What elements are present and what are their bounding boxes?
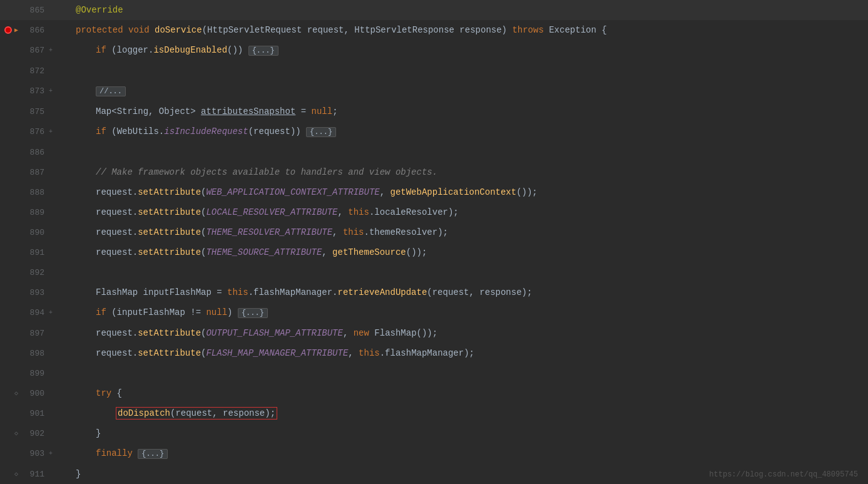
line-number: 893: [21, 288, 44, 297]
code-content: request.setAttribute(FLASH_MAP_MANAGER_A…: [59, 343, 868, 363]
fold-close2-icon[interactable]: ◇: [14, 470, 18, 478]
code-line: 886: [0, 142, 868, 162]
code-line: 875Map<String, Object> attributesSnapsho…: [0, 101, 868, 121]
code-line: 903+finally {...}: [0, 443, 868, 464]
line-number: 903: [21, 449, 44, 458]
code-line: ▶866protected void doService(HttpServlet…: [0, 20, 868, 40]
line-number: 872: [21, 66, 44, 76]
code-content: request.setAttribute(LOCALE_RESOLVER_ATT…: [59, 202, 868, 222]
code-line: ◇900try {: [0, 383, 868, 403]
lines-container: 865@Override▶866protected void doService…: [0, 0, 868, 484]
line-number: 911: [21, 470, 44, 479]
line-number: 865: [21, 6, 44, 15]
line-number: 875: [21, 107, 44, 116]
line-gutter: 897: [0, 329, 59, 338]
code-line: 872: [0, 61, 868, 81]
line-number: 890: [21, 228, 44, 237]
line-gutter: 876+: [0, 127, 59, 136]
code-content: doDispatch(request, response);: [59, 403, 868, 423]
line-gutter: 891: [0, 248, 59, 257]
code-line: 901doDispatch(request, response);: [0, 403, 868, 423]
code-content: request.setAttribute(THEME_SOURCE_ATTRIB…: [59, 242, 868, 262]
code-line: 889request.setAttribute(LOCALE_RESOLVER_…: [0, 202, 868, 222]
line-gutter: 889: [0, 208, 59, 217]
line-number: 900: [21, 389, 44, 398]
code-line: 887// Make framework objects available t…: [0, 162, 868, 182]
code-line: 899: [0, 363, 868, 383]
line-gutter: 890: [0, 228, 59, 237]
line-number: 901: [21, 409, 44, 418]
code-line: 867+if (logger.isDebugEnabled()) {...}: [0, 40, 868, 61]
line-gutter: ◇900: [0, 389, 59, 398]
line-gutter: 887: [0, 168, 59, 177]
code-line: ◇902}: [0, 423, 868, 443]
code-line: 897request.setAttribute(OUTPUT_FLASH_MAP…: [0, 323, 868, 343]
line-gutter: 875: [0, 107, 59, 116]
line-number: 898: [21, 349, 44, 358]
code-content: if (WebUtils.isIncludeRequest(request)) …: [59, 121, 868, 142]
line-number: 892: [21, 268, 44, 277]
line-gutter: 892: [0, 268, 59, 277]
code-content: request.setAttribute(WEB_APPLICATION_CON…: [59, 182, 868, 202]
code-line: 865@Override: [0, 0, 868, 20]
line-gutter: 886: [0, 148, 59, 157]
fold-icon[interactable]: +: [47, 128, 54, 136]
code-line: 893FlashMap inputFlashMap = this.flashMa…: [0, 282, 868, 302]
code-line: 898request.setAttribute(FLASH_MAP_MANAGE…: [0, 343, 868, 363]
code-line: 888request.setAttribute(WEB_APPLICATION_…: [0, 182, 868, 202]
code-line: 891request.setAttribute(THEME_SOURCE_ATT…: [0, 242, 868, 262]
code-line: 892: [0, 262, 868, 282]
line-gutter: 893: [0, 288, 59, 297]
line-gutter: 872: [0, 66, 59, 76]
line-gutter: 873+: [0, 86, 59, 96]
code-line: 894+if (inputFlashMap != null) {...}: [0, 302, 868, 323]
code-content: if (logger.isDebugEnabled()) {...}: [59, 40, 868, 61]
line-gutter: 899: [0, 369, 59, 378]
line-number: 866: [21, 26, 44, 35]
code-content: try {: [59, 383, 868, 403]
line-number: 867: [21, 46, 44, 55]
line-gutter: ◇902: [0, 429, 59, 438]
fold-icon[interactable]: +: [47, 47, 54, 54]
code-line: 890request.setAttribute(THEME_RESOLVER_A…: [0, 222, 868, 242]
code-line: 876+if (WebUtils.isIncludeRequest(reques…: [0, 121, 868, 142]
fold-icon[interactable]: +: [47, 88, 54, 95]
line-number: 897: [21, 329, 44, 338]
line-gutter: 903+: [0, 449, 59, 458]
line-number: 873: [21, 86, 44, 96]
line-number: 889: [21, 208, 44, 217]
code-content: FlashMap inputFlashMap = this.flashMapMa…: [59, 282, 868, 302]
code-content: }: [59, 423, 868, 443]
line-gutter: ◇911: [0, 470, 59, 479]
fold-icon[interactable]: +: [47, 309, 54, 317]
code-content: finally {...}: [59, 443, 868, 464]
line-gutter: 867+: [0, 46, 59, 55]
code-content: // Make framework objects available to h…: [59, 162, 868, 182]
code-content: @Override: [59, 0, 868, 20]
line-gutter: ▶866: [0, 26, 59, 35]
line-number: 899: [21, 369, 44, 378]
line-number: 891: [21, 248, 44, 257]
code-content: request.setAttribute(THEME_RESOLVER_ATTR…: [59, 222, 868, 242]
line-gutter: 898: [0, 349, 59, 358]
fold-marker-icon[interactable]: ◇: [14, 389, 18, 397]
code-line: 873+//...: [0, 81, 868, 101]
arrow-icon: ▶: [14, 26, 18, 34]
line-gutter: 901: [0, 409, 59, 418]
fold-close-icon[interactable]: ◇: [14, 430, 18, 437]
line-number: 902: [21, 429, 44, 438]
code-content: protected void doService(HttpServletRequ…: [59, 20, 868, 40]
fold-icon[interactable]: +: [47, 450, 54, 458]
code-content: //...: [59, 81, 868, 101]
breakpoint-icon[interactable]: [4, 26, 12, 34]
line-number: 886: [21, 148, 44, 157]
code-content: Map<String, Object> attributesSnapshot =…: [59, 101, 868, 121]
line-number: 888: [21, 188, 44, 197]
code-content: if (inputFlashMap != null) {...}: [59, 302, 868, 323]
watermark: https://blog.csdn.net/qq_48095745: [709, 470, 858, 479]
line-number: 887: [21, 168, 44, 177]
line-gutter: 865: [0, 6, 59, 15]
line-number: 876: [21, 127, 44, 136]
line-gutter: 888: [0, 188, 59, 197]
line-gutter: 894+: [0, 308, 59, 317]
